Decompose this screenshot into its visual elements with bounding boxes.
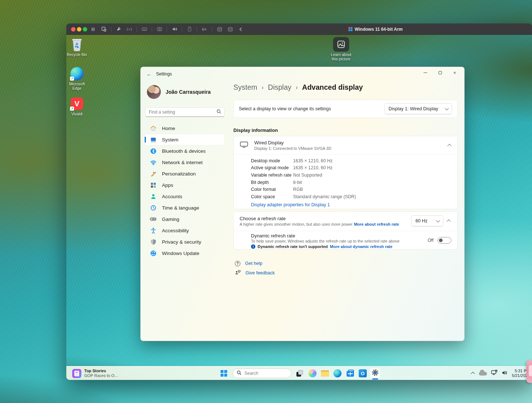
widgets-button[interactable]: Top Stories GOP Races to O... bbox=[70, 368, 120, 379]
copilot-button[interactable] bbox=[307, 368, 318, 378]
accessibility-icon bbox=[149, 227, 157, 234]
more-about-refresh-rate-link[interactable]: More about refresh rate bbox=[354, 222, 399, 226]
back-button[interactable]: ← bbox=[144, 69, 154, 79]
refresh-rate-subtitle: A higher rate gives smoother motion, but… bbox=[240, 222, 399, 226]
update-icon bbox=[149, 249, 157, 257]
dynamic-refresh-toggle[interactable] bbox=[437, 237, 451, 244]
sidebar-item-label: System bbox=[162, 137, 178, 143]
desktop-icon-recycle-bin[interactable]: Recycle Bin bbox=[66, 37, 91, 57]
refresh-rate-card: Choose a refresh rate A higher rate give… bbox=[233, 211, 458, 249]
taskbar-search-box[interactable] bbox=[233, 369, 291, 378]
windows-logo-icon bbox=[348, 27, 352, 31]
sidebar-item-accounts[interactable]: Accounts bbox=[145, 191, 225, 202]
give-feedback-link[interactable]: Give feedback bbox=[245, 270, 275, 276]
display-select-dropdown[interactable]: Display 1: Wired Display bbox=[384, 103, 452, 114]
paintbrush-icon bbox=[149, 170, 157, 177]
close-button[interactable]: × bbox=[447, 67, 462, 78]
collapse-toolbar-icon[interactable] bbox=[237, 26, 244, 33]
sidebar-item-windows-update[interactable]: Windows Update bbox=[145, 248, 225, 259]
sidebar-item-home[interactable]: Home bbox=[145, 123, 225, 134]
gear-icon bbox=[371, 369, 379, 378]
overlay-artifact bbox=[527, 360, 532, 383]
system-tray: 5:31 PM 5/21/2025 bbox=[472, 366, 530, 380]
minimize-button[interactable] bbox=[418, 67, 433, 78]
refresh-rate-title: Choose a refresh rate bbox=[240, 216, 286, 221]
sidebar-item-label: Time & language bbox=[162, 205, 199, 211]
microsoft-store-button[interactable] bbox=[345, 368, 355, 378]
settings-button[interactable] bbox=[370, 368, 380, 378]
settings-window-title: Settings bbox=[156, 71, 172, 77]
sidebar-item-bluetooth-devices[interactable]: Bluetooth & devices bbox=[145, 145, 225, 156]
network-icon[interactable] bbox=[491, 370, 498, 377]
monitor-icon bbox=[240, 141, 248, 149]
macos-desktop-wallpaper: Windows 11 64-bit Arm Recycle Bin bbox=[0, 0, 532, 403]
mac-zoom-button[interactable] bbox=[83, 27, 87, 32]
bluetooth-icon bbox=[149, 147, 157, 155]
settings-search-box[interactable] bbox=[145, 107, 225, 117]
mac-minimize-button[interactable] bbox=[77, 27, 81, 32]
outlook-button[interactable] bbox=[358, 368, 368, 378]
file-explorer-button[interactable] bbox=[320, 368, 330, 378]
task-view-button[interactable] bbox=[295, 368, 305, 378]
toggle-state-label: Off bbox=[428, 238, 433, 243]
info-icon: i bbox=[251, 244, 255, 249]
drive-icon[interactable] bbox=[141, 26, 148, 33]
breadcrumb-display[interactable]: Display bbox=[268, 83, 291, 92]
sidebar-item-time-language[interactable]: Time & language bbox=[145, 202, 225, 213]
sidebar-item-privacy-security[interactable]: Privacy & security bbox=[145, 236, 225, 247]
search-icon bbox=[217, 109, 221, 115]
sidebar-item-network-internet[interactable]: Network & internet bbox=[145, 157, 225, 168]
mac-close-button[interactable] bbox=[71, 27, 75, 32]
sidebar-item-personalization[interactable]: Personalization bbox=[145, 168, 225, 179]
sound-icon[interactable] bbox=[171, 26, 178, 33]
camera-icon[interactable] bbox=[156, 26, 163, 33]
get-help-row[interactable]: ? Get help bbox=[235, 259, 262, 267]
chevron-up-icon[interactable] bbox=[447, 144, 451, 148]
sidebar-item-label: Apps bbox=[162, 182, 173, 188]
refresh-rate-dropdown[interactable]: 60 Hz bbox=[411, 215, 443, 226]
wired-display-expander-header[interactable]: Wired Display Display 1: Connected to VM… bbox=[234, 136, 457, 155]
clock-globe-icon bbox=[149, 204, 157, 211]
disk-2-icon[interactable] bbox=[227, 26, 233, 33]
snapshots-icon[interactable] bbox=[100, 26, 107, 33]
display-adapter-properties-link[interactable]: Display adapter properties for Display 1 bbox=[251, 202, 330, 207]
sidebar-item-system[interactable]: System bbox=[145, 134, 225, 145]
sidebar-item-gaming[interactable]: Gaming bbox=[145, 214, 225, 225]
taskbar-search-input[interactable] bbox=[244, 371, 281, 376]
settings-window: ← Settings × João Carrasqueira bbox=[140, 67, 465, 341]
disk-icon[interactable] bbox=[216, 26, 223, 33]
chevron-up-icon[interactable] bbox=[447, 219, 451, 223]
more-about-dynamic-refresh-link[interactable]: More about dynamic refresh rate bbox=[330, 244, 393, 249]
settings-search-input[interactable] bbox=[146, 110, 217, 115]
usb-icon[interactable] bbox=[201, 26, 208, 33]
edge-button[interactable] bbox=[332, 368, 343, 378]
sidebar-item-accessibility[interactable]: Accessibility bbox=[145, 225, 225, 236]
edge-icon bbox=[333, 369, 341, 377]
tray-chevron-up-icon[interactable] bbox=[471, 372, 475, 376]
pause-icon[interactable] bbox=[90, 26, 96, 33]
settings-wrench-icon[interactable] bbox=[115, 26, 122, 33]
maximize-button[interactable] bbox=[433, 67, 447, 78]
get-help-link[interactable]: Get help bbox=[245, 261, 262, 266]
sidebar-item-label: Home bbox=[162, 126, 175, 131]
desktop-icon-microsoft-edge[interactable]: ↗ Microsoft Edge bbox=[66, 66, 91, 90]
sidebar-item-apps[interactable]: Apps bbox=[145, 180, 225, 191]
code-icon[interactable] bbox=[126, 26, 133, 33]
mouse-icon[interactable] bbox=[186, 26, 193, 33]
start-button[interactable] bbox=[219, 368, 229, 378]
sidebar-item-label: Bluetooth & devices bbox=[162, 148, 206, 154]
taskbar: Top Stories GOP Races to O... bbox=[66, 366, 532, 380]
desktop-icon-learn-about-picture[interactable]: Learn about this picture bbox=[326, 37, 356, 61]
info-row: Variable refresh rateNot Supported bbox=[251, 171, 457, 179]
desktop-icon-vivaldi[interactable]: V ↗ Vivaldi bbox=[66, 96, 91, 116]
vmware-vm-window: Windows 11 64-bit Arm Recycle Bin bbox=[66, 23, 532, 380]
profile-row[interactable]: João Carrasqueira bbox=[147, 85, 228, 99]
give-feedback-row[interactable]: Give feedback bbox=[235, 269, 275, 277]
apps-icon bbox=[149, 181, 157, 189]
shortcut-arrow-icon: ↗ bbox=[70, 107, 74, 111]
breadcrumb-system[interactable]: System bbox=[233, 83, 257, 92]
volume-icon[interactable] bbox=[502, 370, 508, 377]
dynamic-refresh-rate-title: Dynamic refresh rate bbox=[251, 233, 295, 239]
info-row: Color spaceStandard dynamic range (SDR) bbox=[251, 193, 457, 200]
onedrive-cloud-icon[interactable] bbox=[479, 371, 487, 376]
